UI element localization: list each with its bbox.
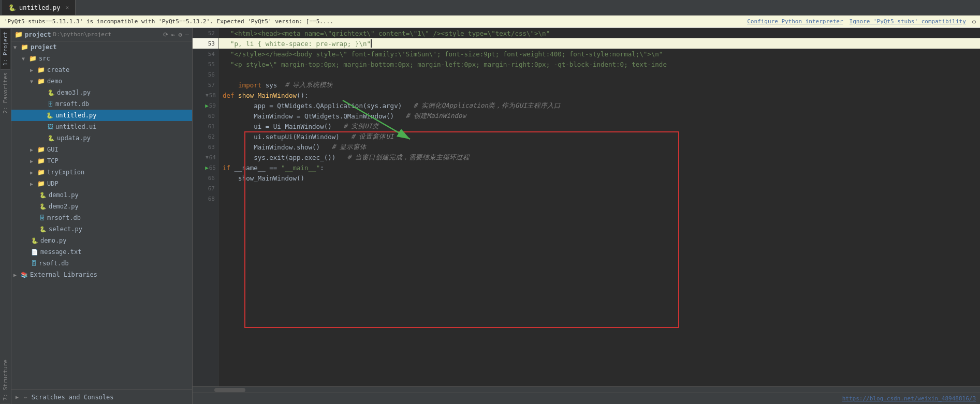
demo1-py-icon: 🐍 xyxy=(39,192,47,199)
collapse-all-icon[interactable]: ⇤ xyxy=(171,31,175,38)
scratches-item[interactable]: ▶ ✏ Scratches and Consoles xyxy=(11,390,192,404)
exec-arrow-65: ▶ xyxy=(205,164,209,171)
tree-item-extlibs[interactable]: ▶ 📚 External Libraries xyxy=(11,269,192,280)
select-label: select.py xyxy=(49,226,82,233)
line-number-66: 66 xyxy=(208,175,215,182)
demo-folder-icon: 📁 xyxy=(37,78,45,85)
line-number-64: 64 xyxy=(209,154,216,161)
tree-item-rsoftdb[interactable]: 🗄 rsoft.db xyxy=(11,258,192,269)
code-line-60: MainWindow = QtWidgets.QMainWindow() # 创… xyxy=(218,111,980,121)
rsoft-label: rsoft.db xyxy=(39,260,69,267)
tree-item-messagetxt[interactable]: 📄 message.txt xyxy=(11,246,192,258)
code-line-58: def show_MainWindow(): xyxy=(218,90,980,100)
horizontal-scrollbar[interactable] xyxy=(193,386,980,393)
tcp-label: TCP xyxy=(47,157,58,164)
project-folder-icon: 📁 xyxy=(21,43,28,51)
updata-py-icon: 🐍 xyxy=(48,135,55,142)
chevron-down-icon: ▼ xyxy=(30,79,36,84)
fold-marker-64[interactable]: ▼ xyxy=(206,155,208,160)
vtab-project[interactable]: 1: Project xyxy=(1,28,10,69)
code-line-66: show_MainWindow() xyxy=(218,173,980,183)
line-number-56: 56 xyxy=(208,71,215,78)
tree-item-project[interactable]: ▼ 📁 project xyxy=(11,41,192,53)
code-line-56 xyxy=(218,69,980,80)
code-line-57: import sys # 导入系统模块 xyxy=(218,80,980,90)
demo2-py-icon: 🐍 xyxy=(39,203,47,210)
message-txt-icon: 📄 xyxy=(31,249,38,256)
folder-icon: 📁 xyxy=(14,31,23,38)
configure-python-link[interactable]: Configure Python interpreter xyxy=(747,18,843,25)
tryexption-label: tryExption xyxy=(47,169,84,176)
tree-item-demo[interactable]: ▼ 📁 demo xyxy=(11,76,192,87)
fold-marker-58[interactable]: ▼ xyxy=(206,93,208,98)
project-tree: ▼ 📁 project ▼ 📁 src ▶ 📁 create xyxy=(11,41,192,390)
tree-item-tryexption[interactable]: ▶ 📁 tryExption xyxy=(11,167,192,178)
chevron-right-icon: ▶ xyxy=(30,181,36,187)
scratches-icon: ✏ xyxy=(24,394,27,400)
line-number-67: 67 xyxy=(208,185,215,192)
create-label: create xyxy=(47,66,69,73)
sidebar-toolbar: ⟳ ⇤ ⚙ — xyxy=(163,31,189,38)
tab-close-icon[interactable]: × xyxy=(65,4,69,11)
code-line-55: "<p style=\" margin-top:0px; margin-bott… xyxy=(218,59,980,69)
tree-item-mrsoftdb-inner[interactable]: 🗄 mrsoft.db xyxy=(11,98,192,110)
code-content[interactable]: "<html><head><meta name=\"qrichtext\" co… xyxy=(218,28,980,386)
sync-icon[interactable]: ⟳ xyxy=(163,31,168,38)
chevron-right-icon: ▶ xyxy=(30,147,36,153)
extlib-label: External Libraries xyxy=(30,271,97,278)
mrsoft-db-icon: 🗄 xyxy=(48,101,53,108)
extlib-icon: 📚 xyxy=(21,272,28,278)
line-number-55: 55 xyxy=(208,61,215,68)
vtab-structure[interactable]: 7: Structure xyxy=(1,356,10,404)
chevron-down-icon: ▼ xyxy=(22,56,28,62)
status-bar: https://blog.csdn.net/weixin_48948816/3 xyxy=(193,393,980,404)
settings-icon[interactable]: ⚙ xyxy=(179,31,182,38)
line-number-53: 53 xyxy=(208,40,215,47)
status-url[interactable]: https://blog.csdn.net/weixin_48948816/3 xyxy=(842,395,976,402)
tree-item-gui[interactable]: ▶ 📁 GUI xyxy=(11,144,192,155)
tree-item-tcp[interactable]: ▶ 📁 TCP xyxy=(11,155,192,167)
select-py-icon: 🐍 xyxy=(39,226,47,233)
project-label: project xyxy=(31,43,57,51)
tree-item-untitledpy[interactable]: 🐍 untitled.py xyxy=(11,110,192,121)
tree-item-create[interactable]: ▶ 📁 create xyxy=(11,64,192,76)
tree-item-demo1py[interactable]: 🐍 demo1.py xyxy=(11,189,192,201)
demo1-label: demo1.py xyxy=(49,191,79,199)
line-number-61: 61 xyxy=(208,123,215,130)
untitled-py-label: untitled.py xyxy=(55,112,96,119)
create-folder-icon: 📁 xyxy=(37,66,45,73)
tcp-folder-icon: 📁 xyxy=(37,157,45,164)
src-folder-icon: 📁 xyxy=(29,55,37,62)
gui-folder-icon: 📁 xyxy=(37,146,45,153)
line-gutter: 52 53 54 55 56 xyxy=(193,28,218,386)
tree-item-updatapy[interactable]: 🐍 updata.py xyxy=(11,132,192,144)
tree-item-udp[interactable]: ▶ 📁 UDP xyxy=(11,178,192,189)
chevron-right-icon: ▶ xyxy=(30,170,36,175)
updata-label: updata.py xyxy=(57,134,91,142)
demo-label: demo xyxy=(47,78,62,85)
tree-item-src[interactable]: ▼ 📁 src xyxy=(11,53,192,64)
udp-label: UDP xyxy=(47,180,58,187)
tree-item-demo3py[interactable]: 🐍 demo3].py xyxy=(11,87,192,98)
file-tab[interactable]: 🐍 untitled.py × xyxy=(2,0,76,15)
ignore-compatibility-link[interactable]: Ignore 'PyQt5-stubs' compatibility xyxy=(850,18,966,25)
tree-item-selectpy[interactable]: 🐍 select.py xyxy=(11,223,192,235)
code-line-54: "</style></head><body style=\" font-fami… xyxy=(218,49,980,59)
scratches-label: Scratches and Consoles xyxy=(32,394,114,401)
code-line-61: ui = Ui_MainWindow() # 实例UI类 xyxy=(218,121,980,131)
tree-item-untitledui[interactable]: 🖼 untitled.ui xyxy=(11,121,192,132)
line-number-62: 62 xyxy=(208,133,215,140)
code-line-53: "p, li { white-space: pre-wrap; }\n" xyxy=(218,38,980,49)
tree-item-demopy[interactable]: 🐍 demo.py xyxy=(11,235,192,246)
code-line-62: ui.setupUi(MainWindow) # 设置窗体UI xyxy=(218,131,980,142)
vtab-favorites[interactable]: 2: Favorites xyxy=(1,69,10,116)
tree-item-demo2py[interactable]: 🐍 demo2.py xyxy=(11,201,192,212)
tree-item-mrsoftdb-outer[interactable]: 🗄 mrsoft.db xyxy=(11,212,192,223)
rsoft-db-icon: 🗄 xyxy=(31,260,37,267)
warning-gear-icon[interactable]: ⚙ xyxy=(972,18,976,25)
tryexption-folder-icon: 📁 xyxy=(37,169,45,176)
close-sidebar-icon[interactable]: — xyxy=(185,31,189,38)
code-line-68 xyxy=(218,193,980,204)
demo-py-icon: 🐍 xyxy=(31,237,38,244)
gui-label: GUI xyxy=(47,146,58,153)
